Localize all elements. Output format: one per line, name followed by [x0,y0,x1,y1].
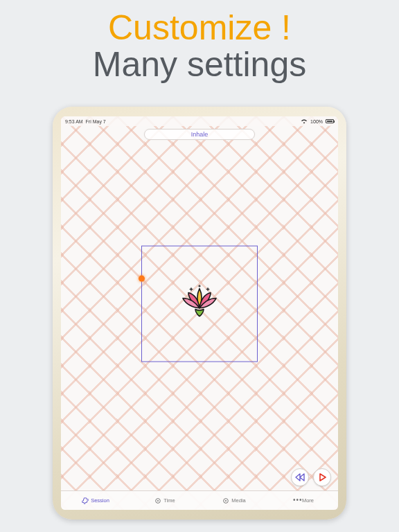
tab-time-label: Time [163,497,175,504]
tablet-frame: 9:53 AM Fri May 7 100% Inhale [53,107,346,520]
more-icon: ••• [293,497,300,504]
tab-time[interactable]: Time [130,491,200,510]
battery-icon [326,119,334,123]
play-icon [318,473,326,481]
status-date: Fri May 7 [86,119,106,124]
playback-controls [291,468,331,486]
progress-dot-icon [139,276,145,282]
battery-percent: 100% [310,119,323,124]
headline-line1: Customize ! [0,10,399,46]
tab-session-label: Session [91,497,109,504]
tab-media-label: Media [231,497,245,504]
svg-point-1 [157,499,159,501]
breathing-box[interactable] [141,246,258,362]
rewind-icon [295,473,305,481]
wifi-icon [301,118,308,125]
gear-icon [154,497,161,504]
breath-phase-label: Inhale [144,129,255,140]
session-icon [82,497,89,504]
tab-media[interactable]: Media [200,491,269,510]
headline-line2: Many settings [0,46,399,83]
tab-bar: Session Time Media ••• More [61,490,338,510]
tab-more-label: More [302,497,314,504]
play-button[interactable] [313,468,331,486]
marketing-headline: Customize ! Many settings [0,0,399,82]
rewind-button[interactable] [291,468,309,486]
lotus-icon [180,285,219,323]
svg-point-3 [225,499,227,501]
status-time-date: 9:53 AM Fri May 7 [65,119,106,124]
status-time: 9:53 AM [65,119,83,124]
app-screen: 9:53 AM Fri May 7 100% Inhale [61,116,338,510]
tab-more[interactable]: ••• More [269,491,338,510]
gear-icon [222,497,229,504]
status-bar: 9:53 AM Fri May 7 100% [61,116,338,126]
tab-session[interactable]: Session [61,491,130,510]
